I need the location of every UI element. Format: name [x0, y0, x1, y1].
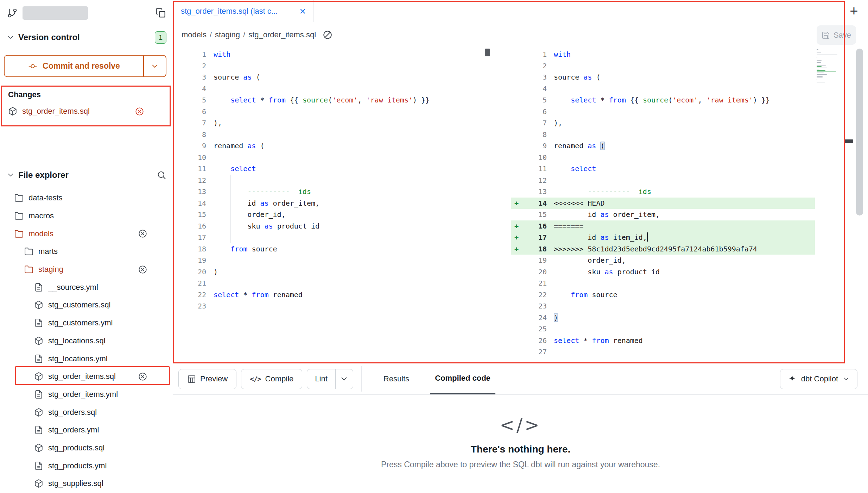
- line-text: ---------- ids: [554, 186, 815, 198]
- code-line: 12: [173, 175, 486, 186]
- main-area: stg_order_items.sql (last c... × + model…: [173, 0, 868, 493]
- breadcrumb-segment[interactable]: stg_order_items.sql: [248, 30, 316, 39]
- tab-results[interactable]: Results: [379, 363, 414, 394]
- compile-button[interactable]: </> Compile: [241, 369, 302, 389]
- file-item-stg_order_items.sql[interactable]: stg_order_items.sql: [0, 368, 173, 386]
- diff-editor[interactable]: 1with23source as (45 select * from {{ so…: [173, 47, 868, 363]
- changes-count-badge: 1: [155, 31, 166, 44]
- line-text: >>>>>>> 58c1dd23d5eebd9cd2495fa7124ab61b…: [554, 243, 815, 255]
- commit-options-dropdown[interactable]: [143, 56, 166, 76]
- left-pane-scrollbar-thumb[interactable]: [485, 49, 490, 56]
- model-file-icon: [34, 372, 43, 381]
- file-item-stg_order_items.yml[interactable]: stg_order_items.yml: [0, 386, 173, 404]
- lineage-icon[interactable]: [322, 30, 333, 40]
- line-text: id as order_item,: [214, 198, 486, 209]
- changes-list: stg_order_items.sql: [1, 103, 170, 120]
- code-line: 2: [173, 60, 486, 72]
- file-explorer-header[interactable]: File explorer: [0, 167, 173, 183]
- preview-button[interactable]: Preview: [178, 369, 236, 389]
- save-button[interactable]: Save: [817, 25, 856, 45]
- file-item-label: stg_order_items.sql: [48, 372, 116, 381]
- editor-scrollbar-thumb[interactable]: [856, 49, 863, 216]
- file-item-__sources.yml[interactable]: __sources.yml: [0, 278, 173, 296]
- indent-guide: [571, 277, 571, 289]
- code-line: 21: [173, 277, 486, 289]
- line-text: select * from {{ source('ecom', 'raw_ite…: [554, 94, 815, 106]
- line-text: [214, 152, 486, 163]
- file-item-models[interactable]: models: [0, 225, 173, 243]
- line-text: [214, 106, 486, 118]
- file-item-label: stg_locations.yml: [48, 354, 108, 363]
- file-item-marts[interactable]: marts: [0, 243, 173, 261]
- breadcrumb-segment[interactable]: staging: [215, 30, 240, 39]
- line-number: 1: [525, 49, 547, 60]
- commit-button-label: Commit and resolve: [43, 61, 120, 71]
- line-text: with: [214, 49, 486, 60]
- chevron-down-icon[interactable]: [6, 171, 15, 179]
- lint-button[interactable]: Lint: [307, 369, 335, 389]
- code-line: 6: [173, 106, 486, 118]
- line-text: [554, 129, 815, 141]
- minimap-line: [817, 76, 823, 77]
- commit-and-resolve-button[interactable]: Commit and resolve: [4, 55, 166, 77]
- dbt-copilot-button[interactable]: dbt Copilot: [780, 369, 857, 389]
- file-item-stg_customers.sql[interactable]: stg_customers.sql: [0, 296, 173, 314]
- diff-pane-modified[interactable]: 1with23source as (45 select * from {{ so…: [511, 49, 815, 358]
- copy-icon[interactable]: [156, 8, 166, 18]
- editor-tab-title: stg_order_items.sql (last c...: [181, 7, 278, 16]
- line-number: 9: [173, 140, 206, 152]
- diff-added-marker: [511, 312, 525, 324]
- change-item-name: stg_order_items.sql: [22, 107, 90, 116]
- file-item-stg_locations.yml[interactable]: stg_locations.yml: [0, 350, 173, 368]
- file-item-macros[interactable]: macros: [0, 207, 173, 225]
- file-item-stg_supplies.sql[interactable]: stg_supplies.sql: [0, 475, 173, 493]
- tab-compiled-code[interactable]: Compiled code: [430, 363, 495, 394]
- file-item-stg_locations.sql[interactable]: stg_locations.sql: [0, 332, 173, 350]
- diff-added-marker: [511, 209, 525, 220]
- line-number: 7: [173, 117, 206, 129]
- file-item-data-tests[interactable]: data-tests: [0, 189, 173, 207]
- diff-pane-original[interactable]: 1with23source as (45 select * from {{ so…: [173, 49, 486, 312]
- file-item-label: models: [28, 229, 53, 238]
- diff-added-marker: [511, 71, 525, 83]
- diff-added-marker: +: [511, 232, 525, 243]
- discard-changes-icon[interactable]: [138, 229, 147, 238]
- file-item-stg_products.yml[interactable]: stg_products.yml: [0, 457, 173, 475]
- code-empty-icon: </>: [173, 415, 868, 435]
- code-line: 17: [173, 232, 486, 243]
- code-line: 21: [511, 277, 815, 289]
- bottom-toolbar: Preview </> Compile Lint Results Compile…: [173, 363, 868, 395]
- minimap[interactable]: [817, 49, 842, 84]
- chevron-down-icon[interactable]: [6, 33, 15, 42]
- line-number: 26: [525, 335, 547, 347]
- file-item-stg_products.sql[interactable]: stg_products.sql: [0, 439, 173, 457]
- line-text: <<<<<<< HEAD: [554, 198, 815, 209]
- line-number: 23: [173, 300, 206, 312]
- code-line: 13 ---------- ids: [173, 186, 486, 198]
- code-line: 22select * from renamed: [173, 289, 486, 301]
- file-item-stg_orders.sql[interactable]: stg_orders.sql: [0, 403, 173, 421]
- lint-options-dropdown[interactable]: [335, 369, 353, 389]
- discard-changes-icon[interactable]: [135, 107, 144, 116]
- file-item-staging[interactable]: staging: [0, 261, 173, 279]
- discard-changes-icon[interactable]: [138, 372, 147, 381]
- editor-tab-stg-order-items[interactable]: stg_order_items.sql (last c... ×: [173, 0, 314, 22]
- close-tab-icon[interactable]: ×: [299, 6, 306, 17]
- file-item-stg_orders.yml[interactable]: stg_orders.yml: [0, 421, 173, 439]
- save-icon: [822, 31, 830, 39]
- line-text: with: [554, 49, 815, 60]
- file-item-label: marts: [38, 247, 58, 256]
- change-item[interactable]: stg_order_items.sql: [1, 103, 170, 120]
- file-item-stg_customers.yml[interactable]: stg_customers.yml: [0, 314, 173, 332]
- minimap-line: [817, 66, 822, 67]
- new-tab-button[interactable]: +: [845, 2, 862, 19]
- code-line: +14<<<<<<< HEAD: [511, 198, 815, 209]
- empty-state-title: There's nothing here.: [173, 444, 868, 455]
- diff-added-marker: [511, 323, 525, 335]
- search-icon[interactable]: [157, 170, 166, 180]
- version-control-header[interactable]: Version control 1: [0, 30, 173, 45]
- pane-resize-handle[interactable]: [844, 139, 853, 143]
- minimap-line: [817, 57, 817, 58]
- discard-changes-icon[interactable]: [138, 265, 147, 274]
- breadcrumb-segment[interactable]: models: [182, 30, 207, 39]
